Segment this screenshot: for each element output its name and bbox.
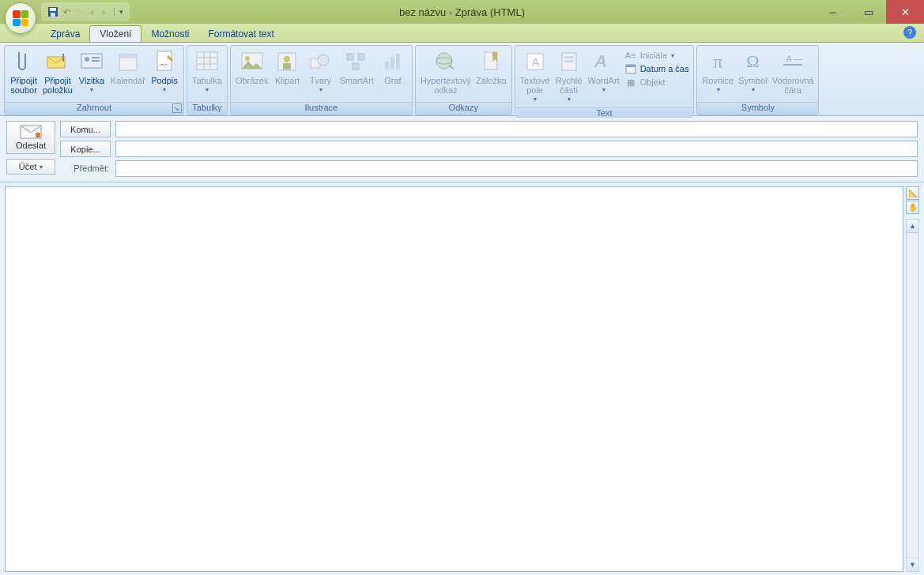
calendar-button[interactable]: Kalendář: [108, 47, 148, 87]
to-button[interactable]: Komu...: [60, 121, 111, 137]
maximize-button[interactable]: ▭: [850, 0, 886, 24]
svg-text:—: —: [794, 54, 802, 63]
svg-rect-20: [283, 63, 291, 70]
clipart-button[interactable]: Klipart: [270, 47, 304, 87]
smartart-button[interactable]: SmartArt: [337, 47, 375, 87]
send-button[interactable]: Odeslat: [6, 121, 55, 154]
calendar-icon: [115, 49, 141, 74]
object-button[interactable]: ▦Objekt: [624, 76, 689, 88]
attach-item-button[interactable]: Připojit položku: [40, 47, 75, 96]
datetime-button[interactable]: Datum a čas: [624, 62, 689, 75]
shapes-button[interactable]: Tvary▾: [304, 47, 337, 96]
cc-button[interactable]: Kopie...: [60, 141, 111, 157]
svg-rect-6: [92, 57, 100, 58]
tab-options[interactable]: Možnosti: [141, 26, 198, 42]
save-icon[interactable]: [47, 6, 58, 17]
paperclip-icon: [11, 49, 36, 74]
tab-insert[interactable]: Vložení: [89, 25, 141, 42]
svg-rect-7: [92, 60, 100, 62]
svg-text:A: A: [594, 51, 607, 71]
group-symbols: πRovnice▾ ΩSymbol▾ A—Vodorovná čára Symb…: [696, 45, 819, 115]
quickparts-icon: [556, 49, 582, 74]
globe-link-icon: [433, 49, 458, 74]
chart-icon: [380, 49, 405, 74]
office-button[interactable]: [5, 2, 36, 34]
minimize-button[interactable]: ─: [815, 0, 850, 24]
vertical-scrollbar[interactable]: ▲ ▼: [906, 219, 919, 572]
bookmark-icon: [478, 49, 503, 74]
body-area: 📐 ✋ ▲ ▼: [0, 182, 924, 575]
redo-icon[interactable]: ↷: [75, 7, 82, 17]
next-icon[interactable]: ►: [100, 7, 109, 17]
cc-input[interactable]: [115, 141, 918, 157]
include-dialog-launcher[interactable]: ↘: [172, 103, 182, 113]
svg-rect-35: [564, 56, 574, 58]
tab-format[interactable]: Formátovat text: [198, 26, 283, 42]
svg-rect-26: [385, 62, 389, 70]
clipart-icon: [274, 49, 300, 74]
table-icon: [194, 49, 220, 74]
svg-text:A: A: [786, 54, 792, 63]
signature-button[interactable]: Podpis▾: [148, 47, 181, 96]
svg-point-22: [318, 54, 329, 66]
svg-rect-39: [626, 65, 635, 67]
shapes-icon: [307, 49, 333, 74]
group-tables-label: Tabulky: [187, 102, 227, 115]
bookmark-button[interactable]: Záložka: [473, 47, 509, 87]
hand-tool-icon[interactable]: ✋: [906, 201, 919, 214]
wordart-button[interactable]: AWordArt▾: [586, 47, 622, 96]
pi-icon: π: [705, 49, 730, 74]
attach-file-button[interactable]: Připojit soubor: [7, 47, 40, 96]
tab-message[interactable]: Zpráva: [41, 26, 89, 42]
ruler-toggle-icon[interactable]: 📐: [906, 186, 919, 200]
picture-button[interactable]: Obrázek: [233, 47, 271, 87]
group-text: ATextové pole▾ Rychlé části▾ AWordArt▾ A…: [515, 45, 695, 115]
horizontal-line-button[interactable]: A—Vodorovná čára: [770, 47, 817, 96]
qat-dropdown-icon[interactable]: ▾: [114, 8, 123, 16]
svg-rect-11: [197, 52, 217, 70]
svg-point-5: [85, 57, 89, 62]
scroll-down-icon[interactable]: ▼: [907, 558, 918, 571]
svg-text:A: A: [532, 56, 540, 69]
equation-button[interactable]: πRovnice▾: [700, 47, 736, 96]
svg-rect-44: [36, 133, 40, 137]
message-body-editor[interactable]: [5, 186, 903, 572]
chart-button[interactable]: Graf: [376, 47, 409, 87]
svg-rect-27: [390, 57, 394, 70]
business-card-button[interactable]: Vizitka▾: [75, 47, 108, 96]
envelope-paperclip-icon: [45, 49, 70, 74]
dropcap-icon: A≡: [624, 49, 637, 62]
to-input[interactable]: [115, 121, 918, 137]
dropcap-button[interactable]: A≡Iniciála▾: [624, 49, 689, 62]
window-title: bez názvu - Zpráva (HTML): [399, 6, 525, 18]
hyperlink-button[interactable]: Hypertextový odkaz: [418, 47, 473, 96]
svg-point-19: [284, 56, 290, 62]
smartart-icon: [344, 49, 369, 74]
table-button[interactable]: Tabulka▾: [190, 47, 224, 96]
hr-icon: A—: [780, 49, 805, 74]
account-button[interactable]: Účet▾: [6, 159, 55, 175]
group-include-label: Zahrnout: [77, 103, 111, 112]
subject-label: Předmět:: [60, 160, 111, 176]
ribbon-tabs: Zpráva Vložení Možnosti Formátovat text …: [0, 24, 924, 43]
group-tables: Tabulka▾ Tabulky: [187, 45, 228, 115]
group-links-label: Odkazy: [416, 102, 511, 115]
textbox-icon: A: [522, 49, 548, 74]
symbol-button[interactable]: ΩSymbol▾: [736, 47, 770, 96]
svg-rect-1: [50, 8, 56, 11]
subject-input[interactable]: [115, 160, 918, 177]
omega-icon: Ω: [741, 49, 766, 74]
datetime-icon: [624, 62, 637, 75]
previous-icon[interactable]: ◄: [87, 7, 96, 17]
help-button[interactable]: ?: [903, 26, 916, 39]
close-button[interactable]: ✕: [886, 0, 924, 24]
svg-rect-10: [157, 51, 172, 70]
title-bar: ↶ ↷ ◄ ► ▾ bez názvu - Zpráva (HTML) ─ ▭ …: [0, 0, 924, 24]
wordart-icon: A: [591, 49, 617, 74]
svg-point-17: [245, 56, 250, 61]
scroll-up-icon[interactable]: ▲: [907, 220, 918, 233]
picture-icon: [239, 49, 265, 74]
textbox-button[interactable]: ATextové pole▾: [518, 47, 553, 106]
undo-icon[interactable]: ↶: [63, 7, 70, 17]
quickparts-button[interactable]: Rychlé části▾: [553, 47, 586, 106]
